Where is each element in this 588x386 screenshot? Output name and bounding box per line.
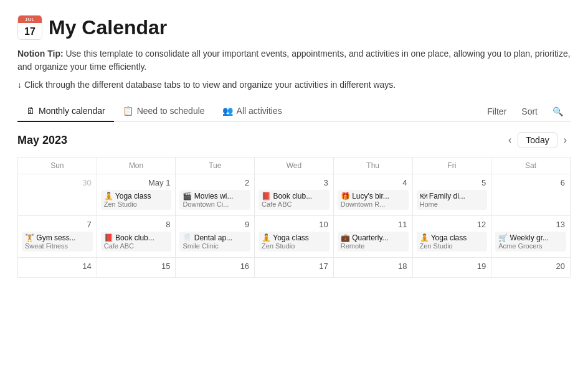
event-location: Acme Grocers (498, 242, 563, 250)
day-number: 13 (495, 220, 566, 229)
event-card[interactable]: 🎬 Movies wi...Downtown Ci... (179, 190, 250, 210)
sort-button[interactable]: Sort (516, 104, 543, 119)
calendar-icon-month: JUL (18, 16, 42, 23)
event-location: Downtown Ci... (183, 200, 247, 208)
page-title: My Calendar (49, 16, 167, 39)
day-cell: 10🧘 Yoga classZen Studio (255, 216, 334, 258)
event-location: Zen Studio (262, 242, 326, 250)
day-number: 12 (417, 220, 488, 229)
event-name: 🛒 Weekly gr... (498, 233, 563, 242)
event-card[interactable]: 🧘 Yoga classZen Studio (101, 190, 172, 210)
event-card[interactable]: 📕 Book club...Cafe ABC (101, 232, 172, 252)
day-cell: 4🎁 Lucy's bir...Downtown R... (333, 174, 412, 216)
next-month-button[interactable]: › (560, 132, 571, 148)
calendar-icon: JUL 17 (17, 15, 42, 40)
tab-monthly-calendar-label: Monthly calendar (39, 106, 105, 116)
event-card[interactable]: 💼 Quarterly...Remote (338, 232, 409, 252)
tab-need-to-schedule[interactable]: 📋 Need to schedule (114, 101, 214, 122)
day-header-sun: Sun (18, 158, 97, 174)
day-header-wed: Wed (255, 158, 334, 174)
day-header-mon: Mon (97, 158, 176, 174)
day-number: 3 (258, 178, 330, 187)
day-cell: 6 (491, 174, 571, 216)
day-number: 7 (22, 220, 93, 229)
filter-label: Filter (487, 106, 506, 116)
calendar-area: May 2023 ‹ Today › Sun Mon Tue Wed Thu F… (17, 122, 571, 278)
day-number: 15 (101, 261, 172, 271)
calendar-grid: Sun Mon Tue Wed Thu Fri Sat 30May 1🧘 Yog… (17, 157, 571, 278)
tip-arrow: ↓ Click through the different database t… (17, 80, 571, 90)
event-location: Downtown R... (341, 200, 405, 208)
tab-monthly-calendar[interactable]: 🗓 Monthly calendar (17, 101, 114, 122)
day-cell: 18 (333, 258, 412, 278)
day-cell: 15 (97, 258, 176, 278)
event-name: 🎬 Movies wi... (183, 192, 247, 200)
event-name: 🧘 Yoga class (104, 192, 169, 200)
day-number: 20 (495, 261, 566, 271)
event-location: Cafe ABC (262, 200, 326, 208)
day-number: 8 (101, 220, 172, 229)
day-number: 11 (338, 220, 409, 229)
tab-need-to-schedule-label: Need to schedule (137, 106, 205, 116)
event-card[interactable]: 🦷 Dental ap...Smile Clinic (179, 232, 250, 252)
search-button[interactable]: 🔍 (548, 104, 568, 119)
day-header-tue: Tue (176, 158, 255, 174)
notion-tip-body: Use this template to consolidate all you… (17, 49, 571, 72)
event-name: 🦷 Dental ap... (183, 233, 247, 242)
event-location: Sweat Fitness (25, 242, 90, 250)
calendar-month: May 2023 (17, 134, 67, 147)
event-card[interactable]: 🎁 Lucy's bir...Downtown R... (338, 190, 409, 210)
day-cell: 8📕 Book club...Cafe ABC (97, 216, 176, 258)
day-cell: May 1🧘 Yoga classZen Studio (97, 174, 176, 216)
day-number: 18 (338, 261, 409, 271)
event-name: 🍽 Family di... (420, 192, 485, 200)
day-cell: 9🦷 Dental ap...Smile Clinic (176, 216, 255, 258)
sort-label: Sort (521, 106, 538, 116)
day-number: 14 (22, 261, 93, 271)
tab-all-activities[interactable]: 👥 All activities (214, 101, 291, 122)
notion-tip: Notion Tip: Use this template to consoli… (17, 47, 571, 73)
need-to-schedule-icon: 📋 (123, 106, 133, 116)
monthly-calendar-icon: 🗓 (26, 106, 35, 116)
day-header-sat: Sat (491, 158, 571, 174)
nav-group: ‹ Today › (505, 132, 571, 148)
tab-all-activities-label: All activities (237, 106, 282, 116)
calendar-header: May 2023 ‹ Today › (17, 132, 571, 148)
event-card[interactable]: 📕 Book club...Cafe ABC (258, 190, 330, 210)
today-button[interactable]: Today (518, 132, 557, 148)
day-number: 9 (179, 220, 250, 229)
day-number: 16 (179, 261, 250, 271)
event-card[interactable]: 🧘 Yoga classZen Studio (258, 232, 330, 252)
event-card[interactable]: 🍽 Family di...Home (417, 190, 488, 210)
event-location: Zen Studio (420, 242, 485, 250)
event-name: 🧘 Yoga class (262, 233, 326, 242)
event-location: Home (420, 200, 485, 208)
day-number: 4 (338, 178, 409, 187)
day-cell: 3📕 Book club...Cafe ABC (255, 174, 334, 216)
tabs-bar: 🗓 Monthly calendar 📋 Need to schedule 👥 … (17, 101, 571, 122)
tabs-right: Filter Sort 🔍 (482, 104, 571, 119)
day-header-fri: Fri (412, 158, 491, 174)
day-cell: 13🛒 Weekly gr...Acme Grocers (491, 216, 571, 258)
day-header-thu: Thu (333, 158, 412, 174)
event-card[interactable]: 🏋 Gym sess...Sweat Fitness (22, 232, 93, 252)
event-location: Smile Clinic (183, 242, 247, 250)
day-cell: 17 (255, 258, 334, 278)
day-cell: 19 (412, 258, 491, 278)
event-card[interactable]: 🧘 Yoga classZen Studio (417, 232, 488, 252)
day-number: May 1 (101, 178, 172, 187)
event-name: 💼 Quarterly... (341, 233, 405, 242)
calendar-icon-day: 17 (18, 23, 42, 40)
day-cell: 7🏋 Gym sess...Sweat Fitness (18, 216, 97, 258)
event-name: 🎁 Lucy's bir... (341, 192, 405, 200)
day-number: 19 (417, 261, 488, 271)
day-cell: 5🍽 Family di...Home (412, 174, 491, 216)
day-cell: 30 (18, 174, 97, 216)
day-cell: 2🎬 Movies wi...Downtown Ci... (176, 174, 255, 216)
event-card[interactable]: 🛒 Weekly gr...Acme Grocers (495, 232, 566, 252)
prev-month-button[interactable]: ‹ (505, 132, 515, 148)
event-name: 📕 Book club... (262, 192, 326, 200)
filter-button[interactable]: Filter (482, 104, 511, 119)
search-icon: 🔍 (552, 106, 563, 116)
day-cell: 11💼 Quarterly...Remote (333, 216, 412, 258)
